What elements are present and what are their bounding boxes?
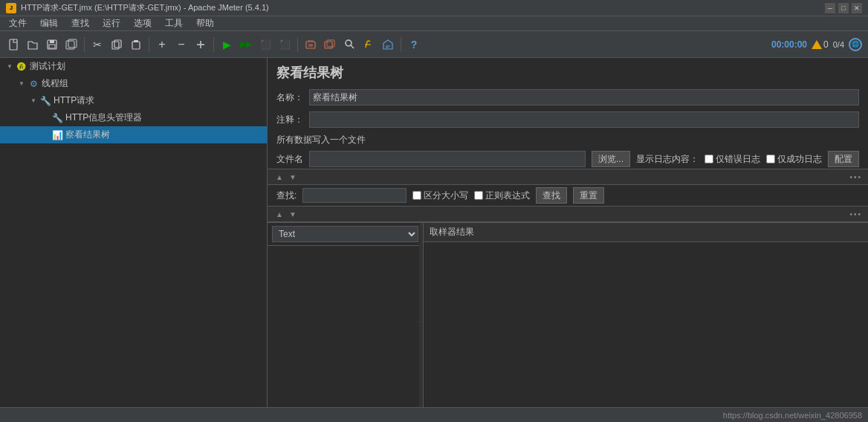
tree-item-http-request[interactable]: ▼ 🔧 HTTP请求 <box>0 92 267 109</box>
http-icon: 🔧 <box>40 96 51 106</box>
tree-label-thread: 线程组 <box>42 77 68 90</box>
new-button[interactable] <box>4 36 22 53</box>
toolbar-sep-1 <box>84 37 85 52</box>
thread-counter: 0/4 <box>833 40 844 49</box>
comment-label: 注释： <box>276 114 303 126</box>
warning-count: 0 <box>823 39 829 50</box>
window-title: HTTP请求-GET.jmx (E:\HTTP请求-GET.jmx) - Apa… <box>21 2 269 13</box>
svg-point-13 <box>346 40 352 46</box>
results-left: Text RegExp Tester CSS/JQuery Tester XPa… <box>268 223 424 422</box>
functions-button[interactable] <box>360 36 378 53</box>
display-log-label: 显示日志内容： <box>636 153 699 166</box>
format-select[interactable]: Text RegExp Tester CSS/JQuery Tester XPa… <box>272 226 418 242</box>
dropdown-row: Text RegExp Tester CSS/JQuery Tester XPa… <box>268 223 423 246</box>
toolbar-sep-4 <box>297 37 298 52</box>
main-layout: ▼ 🅐 测试计划 ▼ ⚙ 线程组 ▼ 🔧 HTTP请求 🔧 HTTP信息头管理器 <box>0 58 868 422</box>
mini-down-btn-2[interactable]: ▼ <box>287 208 299 220</box>
tree-arrow-listener <box>42 132 49 139</box>
menu-run[interactable]: 运行 <box>97 16 126 31</box>
file-name-input[interactable] <box>309 151 586 167</box>
shutdown-button[interactable]: ⬛ <box>276 36 294 53</box>
menu-bar: 文件 编辑 查找 运行 选项 工具 帮助 <box>0 16 868 31</box>
header-icon: 🔧 <box>52 113 62 123</box>
success-only-label: 仅成功日志 <box>777 153 822 166</box>
tree-item-thread-group[interactable]: ▼ ⚙ 线程组 <box>0 75 267 92</box>
search-row: 查找: 区分大小写 正则表达式 查找 重置 <box>268 185 868 206</box>
config-button[interactable]: 配置 <box>828 151 859 167</box>
clear-all-button[interactable] <box>321 36 339 53</box>
listener-icon: 📊 <box>52 130 62 140</box>
stop-button[interactable]: ⬛ <box>256 36 274 53</box>
regex-checkbox[interactable] <box>474 191 483 200</box>
find-button[interactable]: 查找 <box>536 187 567 204</box>
maximize-button[interactable]: □ <box>838 3 849 13</box>
search-input[interactable] <box>302 188 407 203</box>
resize-handle-vertical[interactable]: ⋮ <box>419 223 423 422</box>
tree-arrow-thread: ▼ <box>18 80 25 88</box>
tree-label-listener: 察看结果树 <box>65 129 110 141</box>
paste-button[interactable] <box>127 36 145 53</box>
copy-button[interactable] <box>108 36 126 53</box>
mini-up-btn-2[interactable]: ▲ <box>273 208 285 220</box>
menu-help[interactable]: 帮助 <box>190 16 220 31</box>
mini-down-btn[interactable]: ▼ <box>287 171 299 183</box>
cut-button[interactable]: ✂ <box>88 36 106 53</box>
comment-input[interactable] <box>309 111 859 128</box>
menu-find[interactable]: 查找 <box>65 16 95 31</box>
start-button[interactable]: ▶ <box>218 36 236 53</box>
save-all-button[interactable] <box>62 36 80 53</box>
tree-item-header-manager[interactable]: 🔧 HTTP信息头管理器 <box>0 109 267 126</box>
menu-options[interactable]: 选项 <box>128 16 158 31</box>
menu-file[interactable]: 文件 <box>3 16 33 31</box>
success-only-checkbox[interactable] <box>766 155 775 163</box>
title-bar: J HTTP请求-GET.jmx (E:\HTTP请求-GET.jmx) - A… <box>0 0 868 16</box>
file-row: 文件名 浏览... 显示日志内容： 仅错误日志 仅成功日志 配置 <box>268 149 868 169</box>
minimize-button[interactable]: ─ <box>825 3 835 13</box>
panel-title: 察看结果树 <box>268 58 868 86</box>
all-data-label: 所有数据写入一个文件 <box>276 134 366 145</box>
error-only-check-label[interactable]: 仅错误日志 <box>705 153 760 166</box>
menu-tools[interactable]: 工具 <box>159 16 189 31</box>
svg-rect-9 <box>134 40 138 42</box>
tree-item-test-plan[interactable]: ▼ 🅐 测试计划 <box>0 58 267 75</box>
search-tool-button[interactable] <box>340 36 358 53</box>
close-button[interactable]: ✕ <box>852 3 862 13</box>
start-no-pause-button[interactable]: ▶▶ <box>237 36 255 53</box>
templates-button[interactable] <box>379 36 397 53</box>
menu-edit[interactable]: 编辑 <box>34 16 64 31</box>
error-only-checkbox[interactable] <box>705 155 713 163</box>
save-button[interactable] <box>43 36 61 53</box>
remove-button[interactable]: − <box>172 36 190 53</box>
expand-button[interactable] <box>192 36 210 53</box>
title-bar-left: J HTTP请求-GET.jmx (E:\HTTP请求-GET.jmx) - A… <box>6 2 269 13</box>
browse-button[interactable]: 浏览... <box>592 151 630 167</box>
toolbar-sep-5 <box>401 37 401 52</box>
search-label: 查找: <box>276 189 297 202</box>
open-button[interactable] <box>24 36 42 53</box>
mini-up-btn[interactable]: ▲ <box>273 171 285 183</box>
reset-button[interactable]: 重置 <box>573 187 604 204</box>
add-button[interactable]: + <box>153 36 171 53</box>
tree-label-plan: 测试计划 <box>30 60 65 73</box>
tree-label-header: HTTP信息头管理器 <box>65 111 142 124</box>
tree-item-result-tree[interactable]: 📊 察看结果树 <box>0 126 267 143</box>
tree-arrow-header <box>42 114 49 122</box>
help-button[interactable]: ? <box>405 36 423 53</box>
comment-row: 注释： <box>268 108 868 131</box>
toolbar-right: 00:00:00 0 0/4 🌐 <box>771 38 862 51</box>
tree-arrow-http: ▼ <box>30 97 37 105</box>
name-row: 名称： <box>268 86 868 108</box>
clear-button[interactable] <box>302 36 320 53</box>
sampler-result-label: 取样器结果 <box>430 227 474 237</box>
case-sensitive-checkbox[interactable] <box>412 191 421 200</box>
name-input[interactable] <box>309 89 859 106</box>
tree-arrow-plan: ▼ <box>6 63 13 71</box>
results-right: 取样器结果 <box>424 223 868 422</box>
case-sensitive-label[interactable]: 区分大小写 <box>412 189 468 202</box>
regex-label[interactable]: 正则表达式 <box>474 189 530 202</box>
all-data-section: 所有数据写入一个文件 <box>268 131 868 149</box>
tree-label-http: HTTP请求 <box>54 94 94 107</box>
regex-span: 正则表达式 <box>485 189 530 202</box>
success-only-check-label[interactable]: 仅成功日志 <box>766 153 822 166</box>
toolbar-sep-2 <box>149 37 149 52</box>
